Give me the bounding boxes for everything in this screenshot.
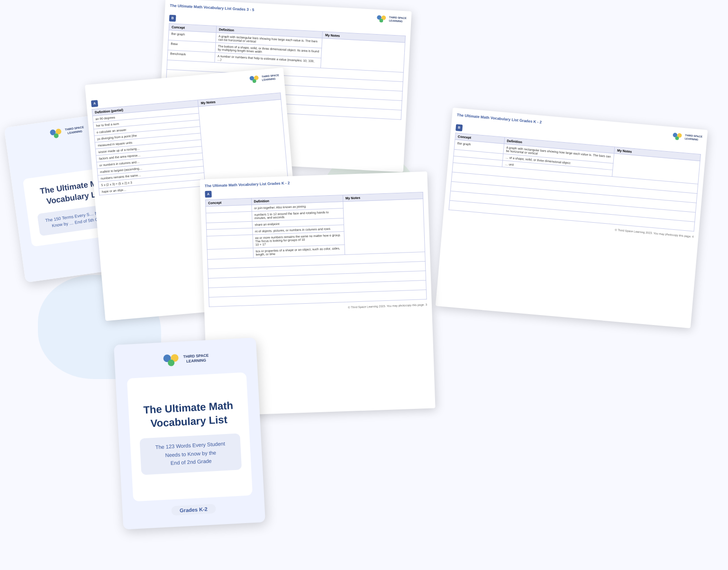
wsk2right-badge: B bbox=[455, 124, 463, 131]
cover-k2-title: The Ultimate Math Vocabulary List bbox=[143, 399, 234, 431]
worksheet-k2-right: The Ultimate Math Vocabulary List Grades… bbox=[436, 108, 708, 328]
wsk2mid-badge: A bbox=[205, 191, 211, 198]
ws35top-badge: B bbox=[169, 15, 176, 22]
grade-badge: Grades K-2 bbox=[171, 504, 217, 516]
cover-k2-front: THIRD SPACELEARNING The Ultimate Math Vo… bbox=[114, 337, 265, 529]
wsk2right-title: The Ultimate Math Vocabulary List Grades… bbox=[457, 113, 542, 125]
ws35mid-badge: A bbox=[91, 100, 98, 107]
ws35top-title: The Ultimate Math Vocabulary List Grades… bbox=[170, 3, 254, 12]
scene: THIRD SPACELEARNING The Ultimate Math Vo… bbox=[0, 0, 728, 570]
wsk2mid-title: The Ultimate Math Vocabulary List Grades… bbox=[205, 181, 290, 188]
cover-k2-subtitle: The 123 Words Every StudentNeeds to Know… bbox=[139, 434, 242, 475]
wsk2right-table: Concept Definition My Notes Bar graph A … bbox=[448, 133, 701, 232]
wsk2mid-table: Concept Definition My Notes or join toge… bbox=[205, 192, 427, 307]
brand-name: THIRD SPACELEARNING bbox=[183, 353, 209, 364]
